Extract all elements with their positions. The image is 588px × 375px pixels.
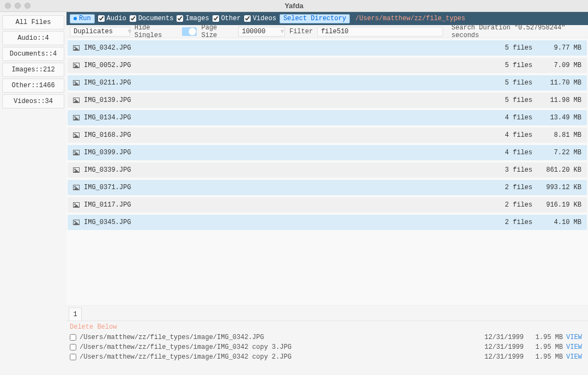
file-name: IMG_0399.JPG (84, 149, 489, 156)
close-icon[interactable] (5, 3, 11, 9)
delete-below-button[interactable]: Delete Below (70, 323, 585, 331)
detail-row: /Users/matthew/zz/file_types/image/IMG_0… (70, 332, 585, 342)
checkbox-icon[interactable] (244, 15, 251, 22)
file-size: 11.70 MB (532, 79, 581, 87)
file-size: 993.12 KB (532, 184, 581, 191)
sidebar: All Files Audio::4 Documents::4 Images::… (0, 12, 66, 375)
list-row[interactable]: IMG_0345.JPG2 files4.10 MB (68, 215, 587, 230)
file-name: IMG_0117.JPG (84, 201, 489, 209)
zoom-icon[interactable] (25, 3, 31, 9)
checkbox-icon[interactable] (130, 15, 136, 22)
file-count: 4 files (489, 131, 532, 139)
file-size: 13.49 MB (532, 114, 581, 122)
type-checkbox-images[interactable]: Images (177, 15, 209, 22)
detail-date: 12/31/1999 (481, 334, 524, 341)
checkbox-icon[interactable] (98, 15, 105, 22)
list-row[interactable]: IMG_0211.JPG5 files11.70 MB (68, 75, 587, 90)
sort-dropdown-value: Duplicates (74, 28, 113, 35)
filter-label: Filter (289, 28, 313, 35)
page-size-label: Page Size (201, 24, 233, 39)
list-row[interactable]: IMG_0117.JPG2 files916.19 KB (68, 197, 587, 213)
image-file-icon (73, 132, 80, 138)
image-file-icon (73, 45, 80, 51)
filter-input[interactable] (317, 27, 442, 37)
type-checkbox-documents[interactable]: Documents (130, 15, 174, 22)
file-count: 5 files (489, 44, 532, 52)
checkbox-icon[interactable] (177, 15, 183, 22)
window-title: Yafda (284, 2, 304, 10)
sidebar-item-images[interactable]: Images::212 (2, 63, 64, 77)
file-size: 861.20 KB (532, 166, 581, 174)
detail-row: /Users/matthew/zz/file_types/image/IMG_0… (70, 352, 585, 362)
file-count: 3 files (489, 166, 532, 174)
hide-singles-toggle[interactable] (182, 27, 197, 36)
sidebar-item-documents[interactable]: Documents::4 (2, 47, 64, 61)
checkbox-icon[interactable] (213, 15, 219, 22)
run-label: Run (79, 15, 91, 22)
file-size: 7.09 MB (532, 62, 581, 69)
list-row[interactable]: IMG_0134.JPG4 files13.49 MB (68, 110, 587, 125)
file-size: 8.81 MB (532, 131, 581, 139)
file-size: 916.19 KB (532, 201, 581, 209)
detail-path: /Users/matthew/zz/file_types/image/IMG_0… (80, 343, 481, 351)
detail-path: /Users/matthew/zz/file_types/image/IMG_0… (80, 353, 481, 361)
sort-dropdown[interactable]: Duplicates ▽ (70, 27, 130, 37)
toggle-knob-icon (189, 28, 196, 35)
hide-singles-label: Hide Singles (135, 24, 178, 39)
list-row[interactable]: IMG_0342.JPG5 files9.77 MB (68, 40, 587, 56)
detail-checkbox[interactable] (70, 344, 76, 350)
file-count: 4 files (489, 149, 532, 156)
minimize-icon[interactable] (15, 3, 21, 9)
list-row[interactable]: IMG_0339.JPG3 files861.20 KB (68, 162, 587, 178)
directory-path: /Users/matthew/zz/file_types (355, 15, 465, 22)
chevron-down-icon: ▽ (128, 28, 131, 34)
view-button[interactable]: VIEW (566, 343, 585, 351)
file-name: IMG_0371.JPG (84, 184, 489, 191)
titlebar: Yafda (0, 0, 588, 12)
page-size-value: 100000 (242, 28, 265, 35)
detail-row: /Users/matthew/zz/file_types/image/IMG_0… (70, 342, 585, 352)
detail-checkbox[interactable] (70, 334, 76, 341)
type-checkbox-other[interactable]: Other (213, 15, 241, 22)
image-file-icon (73, 167, 80, 173)
detail-date: 12/31/1999 (481, 353, 524, 361)
file-count: 2 files (489, 184, 532, 191)
details-panel: Delete Below /Users/matthew/zz/file_type… (66, 320, 588, 375)
sidebar-item-all-files[interactable]: All Files (2, 15, 64, 29)
run-button[interactable]: Run (70, 14, 95, 23)
type-checkbox-videos[interactable]: Videos (244, 15, 276, 22)
list-row[interactable]: IMG_0052.JPG5 files7.09 MB (68, 58, 587, 73)
results-list[interactable]: IMG_0342.JPG5 files9.77 MBIMG_0052.JPG5 … (66, 38, 588, 305)
detail-date: 12/31/1999 (481, 343, 524, 351)
sidebar-item-other[interactable]: Other::1466 (2, 78, 64, 93)
sidebar-item-audio[interactable]: Audio::4 (2, 31, 64, 45)
file-count: 2 files (489, 219, 532, 226)
file-name: IMG_0339.JPG (84, 166, 489, 174)
run-status-icon (74, 17, 77, 20)
list-row[interactable]: IMG_0371.JPG2 files993.12 KB (68, 180, 587, 195)
page-tab-1[interactable]: 1 (69, 307, 82, 320)
list-row[interactable]: IMG_0139.JPG5 files11.98 MB (68, 93, 587, 108)
select-directory-button[interactable]: Select Directory (280, 14, 350, 23)
file-count: 5 files (489, 96, 532, 104)
page-size-dropdown[interactable]: 100000 ▽ (238, 27, 285, 37)
file-name: IMG_0168.JPG (84, 131, 489, 139)
window-controls (5, 3, 31, 9)
file-size: 7.22 MB (532, 149, 581, 156)
file-name: IMG_0345.JPG (84, 219, 489, 226)
list-row[interactable]: IMG_0168.JPG4 files8.81 MB (68, 128, 587, 143)
sidebar-item-videos[interactable]: Videos::34 (2, 94, 64, 108)
file-name: IMG_0134.JPG (84, 114, 489, 122)
view-button[interactable]: VIEW (566, 334, 585, 341)
file-count: 2 files (489, 201, 532, 209)
file-count: 5 files (489, 62, 532, 69)
image-file-icon (73, 202, 80, 208)
file-count: 4 files (489, 114, 532, 122)
image-file-icon (73, 80, 80, 86)
type-checkbox-audio[interactable]: Audio (98, 15, 126, 22)
image-file-icon (73, 98, 80, 103)
controls-bar: Duplicates ▽ Hide Singles Page Size 1000… (66, 25, 588, 38)
detail-checkbox[interactable] (70, 354, 76, 360)
view-button[interactable]: VIEW (566, 353, 585, 361)
list-row[interactable]: IMG_0399.JPG4 files7.22 MB (68, 145, 587, 160)
